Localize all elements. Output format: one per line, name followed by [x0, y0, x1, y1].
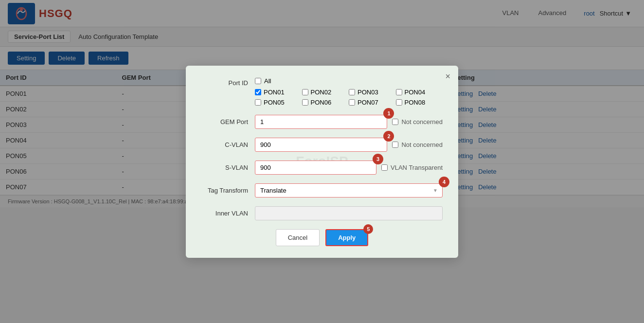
port-id-all: All — [255, 77, 443, 85]
svlan-input-wrap: 3 — [255, 161, 376, 175]
gem-port-not-concerned-label: Not concerned — [401, 118, 443, 126]
cvlan-not-concerned: Not concerned — [392, 141, 443, 148]
vlan-transparent-checkbox[interactable] — [381, 164, 388, 171]
svlan-vlan-transparent: VLAN Transparent — [381, 164, 443, 171]
port-item-pon06: PON06 — [302, 99, 349, 106]
all-checkbox[interactable] — [255, 78, 261, 84]
port-item-pon08: PON08 — [396, 99, 443, 106]
port-label-pon06: PON06 — [311, 99, 332, 106]
port-id-label: Port ID — [201, 77, 255, 87]
tag-transform-label: Tag Transform — [201, 187, 255, 194]
port-item-pon04: PON04 — [396, 89, 443, 96]
badge-3: 3 — [373, 154, 383, 164]
inner-vlan-input-wrap — [255, 206, 443, 208]
port-id-options: All PON01 PON02 PON03 PON04 PON05 PON06 … — [255, 77, 443, 106]
modal-close-button[interactable]: × — [445, 72, 450, 82]
port-item-pon01: PON01 — [255, 89, 302, 96]
port-checkbox-pon06[interactable] — [302, 99, 308, 106]
port-item-pon02: PON02 — [302, 89, 349, 96]
cvlan-not-concerned-checkbox[interactable] — [392, 142, 398, 148]
svlan-input[interactable] — [255, 161, 376, 175]
port-id-row: Port ID All PON01 PON02 PON03 PON04 PON0… — [201, 77, 443, 106]
cvlan-label: C-VLAN — [201, 141, 255, 148]
gem-port-input-wrap: 1 — [255, 115, 387, 129]
modal: × ForoISP Port ID All PON01 PON02 PON03 … — [186, 66, 458, 208]
tag-transform-select[interactable]: Translate Add Remove Replace — [255, 183, 443, 197]
port-checkbox-pon08[interactable] — [396, 99, 402, 106]
cvlan-row: C-VLAN 2 Not concerned — [201, 138, 443, 152]
modal-overlay: × ForoISP Port ID All PON01 PON02 PON03 … — [0, 0, 644, 207]
tag-transform-row: Tag Transform 4 Translate Add Remove Rep… — [201, 183, 443, 197]
port-label-pon02: PON02 — [311, 89, 332, 96]
badge-4: 4 — [439, 177, 449, 187]
cvlan-input-wrap: 2 — [255, 138, 387, 152]
badge-2: 2 — [383, 131, 394, 142]
port-label-pon03: PON03 — [358, 89, 378, 96]
cvlan-not-concerned-label: Not concerned — [401, 141, 443, 148]
all-label: All — [264, 77, 271, 85]
port-label-pon07: PON07 — [358, 99, 378, 106]
gem-port-input[interactable] — [255, 115, 387, 129]
port-label-pon08: PON08 — [405, 99, 426, 106]
port-item-pon05: PON05 — [255, 99, 302, 106]
port-checkbox-pon05[interactable] — [255, 99, 261, 106]
port-label-pon01: PON01 — [264, 89, 285, 96]
gem-port-not-concerned: Not concerned — [392, 118, 443, 126]
inner-vlan-row: Inner VLAN — [201, 206, 443, 208]
port-checkbox-pon07[interactable] — [349, 99, 355, 106]
vlan-transparent-label: VLAN Transparent — [391, 164, 443, 171]
port-checkbox-pon01[interactable] — [255, 89, 261, 95]
port-item-pon07: PON07 — [349, 99, 396, 106]
gem-port-not-concerned-checkbox[interactable] — [392, 119, 398, 125]
gem-port-row: GEM Port 1 Not concerned — [201, 115, 443, 129]
port-checkbox-pon04[interactable] — [396, 89, 402, 95]
port-checkbox-pon02[interactable] — [302, 89, 308, 95]
port-checkbox-pon03[interactable] — [349, 89, 355, 95]
badge-1: 1 — [383, 108, 394, 119]
port-label-pon04: PON04 — [405, 89, 426, 96]
cvlan-input[interactable] — [255, 138, 387, 152]
port-item-pon03: PON03 — [349, 89, 396, 96]
gem-port-label: GEM Port — [201, 118, 255, 126]
tag-transform-select-wrap: 4 Translate Add Remove Replace — [255, 183, 443, 197]
svlan-label: S-VLAN — [201, 164, 255, 171]
inner-vlan-input[interactable] — [255, 206, 443, 208]
port-grid: PON01 PON02 PON03 PON04 PON05 PON06 PON0… — [255, 89, 443, 106]
svlan-row: S-VLAN 3 VLAN Transparent — [201, 161, 443, 175]
port-label-pon05: PON05 — [264, 99, 285, 106]
